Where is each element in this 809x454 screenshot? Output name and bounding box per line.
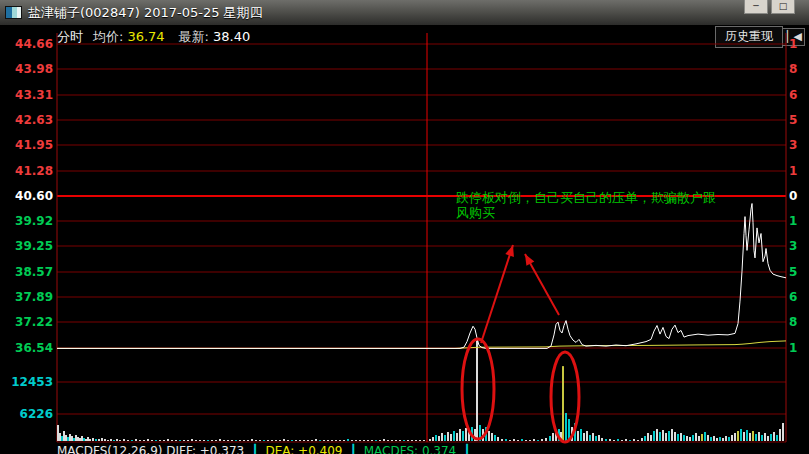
volume-bar [453, 431, 455, 441]
volume-bar [641, 438, 643, 441]
volume-bar [83, 438, 85, 441]
volume-bar [671, 429, 673, 441]
volume-bar [67, 437, 69, 441]
volume-bar [577, 431, 579, 441]
volume-bar [692, 435, 694, 441]
volume-bar [605, 439, 607, 441]
volume-bar [728, 437, 730, 441]
volume-bar [746, 430, 748, 441]
left-axis-label: 41.95 [15, 138, 53, 152]
volume-bar [580, 429, 582, 441]
volume-bar [517, 440, 519, 441]
volume-bar [497, 437, 499, 441]
left-axis-label: 39.92 [15, 214, 53, 228]
volume-bar [541, 439, 543, 441]
volume-bar [656, 429, 658, 441]
volume-bar [303, 440, 305, 441]
right-axis-label: 1 [789, 37, 797, 51]
volume-bar [653, 431, 655, 441]
volume-bar [595, 436, 597, 441]
volume-bar [601, 438, 603, 441]
volume-bar [69, 434, 71, 441]
right-axis-label: 5 [789, 113, 797, 127]
volume-bar [776, 435, 778, 441]
volume-bar [716, 438, 718, 441]
volume-bar [291, 440, 293, 441]
volume-bar [399, 440, 401, 441]
volume-bar [79, 438, 81, 441]
volume-bar [155, 440, 157, 441]
volume-bar [441, 433, 443, 441]
volume-bar [339, 440, 341, 441]
volume-bar [85, 439, 87, 441]
right-axis-label: 1 [789, 214, 797, 228]
volume-bar [533, 439, 535, 441]
volume-bar [287, 440, 289, 441]
average-price-line [57, 341, 786, 349]
volume-bar [351, 440, 353, 441]
volume-bar [195, 440, 197, 441]
left-axis-label: 6226 [20, 407, 53, 421]
volume-bar [183, 440, 185, 441]
volume-bar [686, 436, 688, 441]
price-line [57, 204, 786, 349]
volume-bar [432, 437, 434, 441]
volume-bar [275, 440, 277, 441]
volume-bar [435, 435, 437, 441]
volume-bar [227, 440, 229, 441]
volume-bar [159, 440, 161, 441]
volume-bar [311, 440, 313, 441]
volume-bar [199, 440, 201, 441]
volume-bar [151, 440, 153, 441]
right-axis-label: 5 [789, 265, 797, 279]
volume-bar [131, 440, 133, 441]
volume-bar [505, 439, 507, 441]
volume-bar [731, 435, 733, 441]
separator-icon: ┃ [463, 444, 470, 454]
left-axis-label: 38.57 [15, 265, 53, 279]
volume-bar [231, 440, 233, 441]
volume-bar [171, 440, 173, 441]
volume-bar [323, 440, 325, 441]
volume-bar [123, 439, 125, 441]
volume-bar [770, 434, 772, 441]
volume-bar [562, 366, 564, 441]
volume-bar [89, 439, 91, 441]
annotation-text: 跌停板对倒，自己买自己的压单，欺骗散户跟 风购买 [456, 190, 716, 220]
left-axis-label: 41.28 [15, 164, 53, 178]
volume-bar [57, 425, 59, 441]
volume-bar [447, 432, 449, 441]
right-axis-label: 8 [789, 62, 797, 76]
volume-bar [355, 440, 357, 441]
volume-bar [327, 440, 329, 441]
volume-bar [239, 440, 241, 441]
volume-bar [147, 439, 149, 441]
volume-bar [737, 431, 739, 441]
timeshare-chart[interactable]: 44.6643.9843.3142.6341.9541.2840.6039.92… [0, 0, 809, 454]
volume-bar [725, 436, 727, 441]
volume-bar [113, 440, 115, 441]
volume-bar [104, 439, 106, 441]
volume-bar [63, 431, 65, 441]
volume-bar [589, 435, 591, 441]
volume-bar [752, 431, 754, 441]
volume-bar [243, 440, 245, 441]
volume-bar [395, 440, 397, 441]
volume-bar [689, 437, 691, 441]
left-axis-label: 37.89 [15, 290, 53, 304]
right-axis-label: 0 [789, 189, 797, 203]
volume-bar [255, 440, 257, 441]
volume-bar [598, 435, 600, 441]
volume-bar [613, 440, 615, 441]
volume-bar [764, 433, 766, 441]
volume-bar [267, 440, 269, 441]
volume-bar [695, 433, 697, 441]
right-axis-label: 3 [789, 138, 797, 152]
left-axis-label: 42.63 [15, 113, 53, 127]
volume-bar [583, 433, 585, 441]
volume-bar [215, 440, 217, 441]
volume-bar [419, 440, 421, 441]
volume-bar [391, 440, 393, 441]
volume-bar [438, 436, 440, 441]
volume-bar [625, 439, 627, 441]
